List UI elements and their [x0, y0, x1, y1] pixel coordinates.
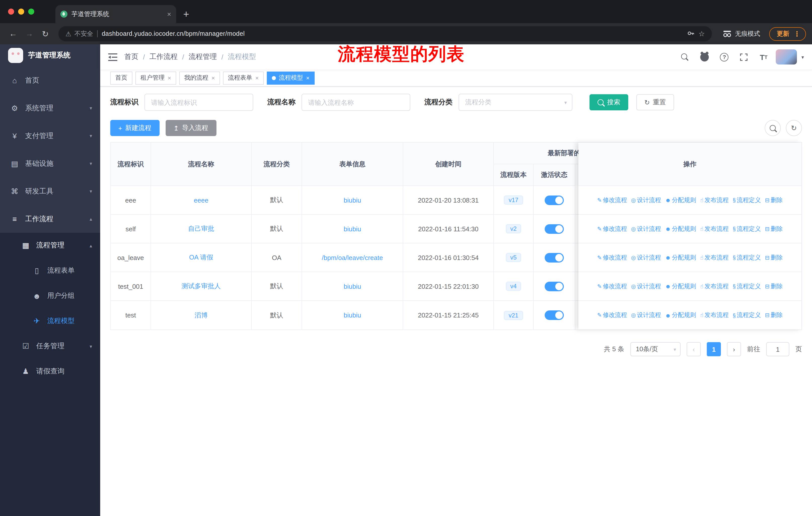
- toggle-search-button[interactable]: [765, 120, 781, 136]
- form-info-link[interactable]: biubiu: [344, 311, 361, 319]
- design-flow-link[interactable]: ◎设计流程: [631, 224, 661, 233]
- font-size-button[interactable]: TT: [756, 49, 771, 64]
- sidebar-item-process-form[interactable]: ▯ 流程表单: [0, 258, 100, 283]
- breadcrumb-process-management[interactable]: 流程管理: [189, 52, 217, 61]
- tag-process-model[interactable]: 流程模型 ×: [267, 71, 315, 84]
- assign-rules-link[interactable]: ☻分配规则: [665, 311, 696, 320]
- delete-link[interactable]: ⊟删除: [765, 224, 783, 233]
- process-name-link[interactable]: 滔博: [195, 311, 208, 320]
- help-button[interactable]: ?: [717, 49, 732, 64]
- next-page-button[interactable]: ›: [727, 342, 741, 356]
- sidebar-item-infrastructure[interactable]: ▤ 基础设施 ▾: [0, 150, 100, 178]
- forward-button[interactable]: →: [22, 27, 36, 41]
- sidebar-item-home[interactable]: ⌂ 首页: [0, 66, 100, 94]
- active-toggle[interactable]: [545, 195, 564, 205]
- delete-link[interactable]: ⊟删除: [765, 196, 783, 204]
- assign-rules-link[interactable]: ☻分配规则: [665, 224, 696, 233]
- modify-flow-link[interactable]: ✎修改流程: [597, 282, 627, 291]
- goto-page-input[interactable]: [766, 342, 789, 356]
- new-tab-button[interactable]: +: [183, 8, 189, 20]
- tab-close-icon[interactable]: ×: [167, 10, 171, 18]
- publish-flow-link[interactable]: ☝发布流程: [700, 224, 728, 233]
- sidebar-item-devtools[interactable]: ⌘ 研发工具 ▾: [0, 178, 100, 205]
- close-icon[interactable]: ×: [255, 74, 259, 81]
- close-icon[interactable]: ×: [168, 74, 171, 81]
- process-id-input[interactable]: [144, 94, 253, 111]
- form-info-link[interactable]: biubiu: [344, 225, 361, 233]
- chevron-down-icon[interactable]: ▾: [802, 54, 804, 60]
- tag-tenant-management[interactable]: 租户管理 ×: [136, 71, 176, 84]
- sidebar-item-payment[interactable]: ¥ 支付管理 ▾: [0, 122, 100, 150]
- window-zoom-button[interactable]: [28, 8, 34, 15]
- modify-flow-link[interactable]: ✎修改流程: [597, 224, 627, 233]
- avatar[interactable]: [776, 49, 797, 64]
- back-button[interactable]: ←: [6, 27, 20, 41]
- process-name-link[interactable]: OA 请假: [189, 253, 213, 262]
- process-definition-link[interactable]: §流程定义: [733, 196, 761, 204]
- process-name-input[interactable]: [301, 94, 410, 111]
- bookmark-star-icon[interactable]: ☆: [698, 30, 705, 38]
- process-category-select[interactable]: 流程分类 ▾: [459, 94, 572, 111]
- page-size-select[interactable]: 10条/页 ▾: [630, 342, 680, 356]
- process-definition-link[interactable]: §流程定义: [733, 282, 761, 291]
- process-name-link[interactable]: eeee: [194, 196, 208, 204]
- sidebar-item-user-group[interactable]: ☻ 用户分组: [0, 283, 100, 308]
- process-name-link[interactable]: 自己审批: [188, 224, 214, 233]
- process-definition-link[interactable]: §流程定义: [733, 253, 761, 262]
- delete-link[interactable]: ⊟删除: [765, 253, 783, 262]
- delete-link[interactable]: ⊟删除: [765, 282, 783, 291]
- sidebar-item-process-management[interactable]: ▦ 流程管理 ▴: [0, 233, 100, 258]
- tag-my-process[interactable]: 我的流程 ×: [179, 71, 220, 84]
- tag-home[interactable]: 首页: [110, 71, 133, 84]
- active-toggle[interactable]: [545, 310, 564, 320]
- assign-rules-link[interactable]: ☻分配规则: [665, 282, 696, 291]
- close-icon[interactable]: ×: [211, 74, 215, 81]
- browser-tab[interactable]: 芋道管理系统 ×: [55, 5, 176, 23]
- modify-flow-link[interactable]: ✎修改流程: [597, 196, 627, 204]
- process-definition-link[interactable]: §流程定义: [733, 224, 761, 233]
- reload-button[interactable]: ↻: [38, 27, 52, 41]
- design-flow-link[interactable]: ◎设计流程: [631, 311, 661, 320]
- sidebar-item-system[interactable]: ⚙ 系统管理 ▾: [0, 94, 100, 122]
- tag-process-form[interactable]: 流程表单 ×: [223, 71, 264, 84]
- sidebar-item-workflow[interactable]: ≡ 工作流程 ▴: [0, 205, 100, 233]
- assign-rules-link[interactable]: ☻分配规则: [665, 196, 696, 204]
- modify-flow-link[interactable]: ✎修改流程: [597, 253, 627, 262]
- window-close-button[interactable]: [8, 8, 14, 15]
- fullscreen-button[interactable]: [736, 49, 752, 64]
- design-flow-link[interactable]: ◎设计流程: [631, 282, 661, 291]
- app-logo[interactable]: 芋道管理系统: [0, 44, 100, 66]
- close-icon[interactable]: ×: [306, 74, 310, 81]
- publish-flow-link[interactable]: ☝发布流程: [700, 311, 728, 320]
- page-1-button[interactable]: 1: [707, 342, 721, 356]
- design-flow-link[interactable]: ◎设计流程: [631, 196, 661, 204]
- create-process-button[interactable]: + 新建流程: [110, 120, 159, 136]
- delete-link[interactable]: ⊟删除: [765, 311, 783, 320]
- sidebar-fold-icon[interactable]: [108, 53, 117, 61]
- assign-rules-link[interactable]: ☻分配规则: [665, 253, 696, 262]
- search-button[interactable]: [677, 49, 693, 64]
- address-bar[interactable]: ⚠ 不安全 dashboard.yudao.iocoder.cn/bpm/man…: [58, 26, 712, 41]
- form-info-link[interactable]: biubiu: [344, 196, 361, 204]
- search-submit-button[interactable]: 搜索: [589, 94, 628, 110]
- breadcrumb-workflow[interactable]: 工作流程: [149, 52, 178, 61]
- sidebar-item-process-model[interactable]: ✈ 流程模型: [0, 308, 100, 333]
- import-process-button[interactable]: ↥ 导入流程: [165, 120, 216, 136]
- active-toggle[interactable]: [545, 224, 564, 234]
- prev-page-button[interactable]: ‹: [687, 342, 701, 356]
- modify-flow-link[interactable]: ✎修改流程: [597, 311, 627, 320]
- update-browser-button[interactable]: 更新 ⋮: [769, 27, 806, 40]
- design-flow-link[interactable]: ◎设计流程: [631, 253, 661, 262]
- refresh-table-button[interactable]: ↻: [786, 120, 802, 136]
- publish-flow-link[interactable]: ☝发布流程: [700, 282, 728, 291]
- publish-flow-link[interactable]: ☝发布流程: [700, 196, 728, 204]
- sidebar-item-task-management[interactable]: ☑ 任务管理 ▾: [0, 333, 100, 359]
- form-info-link[interactable]: biubiu: [344, 282, 361, 290]
- browser-menu-icon[interactable]: ⋮: [793, 30, 801, 38]
- sidebar-item-leave-query[interactable]: ♟ 请假查询: [0, 359, 100, 384]
- window-minimize-button[interactable]: [18, 8, 24, 15]
- github-button[interactable]: [697, 49, 712, 64]
- process-definition-link[interactable]: §流程定义: [733, 311, 761, 320]
- publish-flow-link[interactable]: ☝发布流程: [700, 253, 728, 262]
- form-info-link[interactable]: /bpm/oa/leave/create: [322, 254, 383, 261]
